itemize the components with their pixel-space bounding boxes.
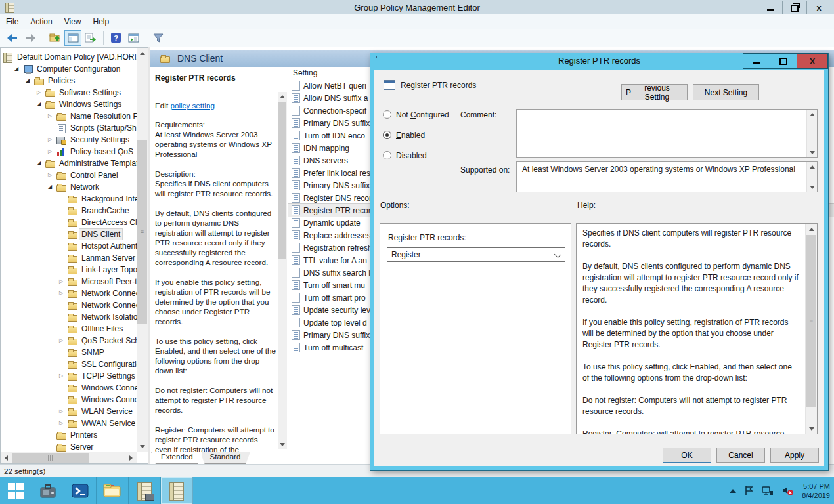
expander-icon[interactable]: ◢: [26, 75, 34, 87]
flag-icon[interactable]: [744, 486, 754, 496]
start-button[interactable]: [0, 477, 32, 504]
close-button[interactable]: x: [806, 1, 831, 14]
taskbar-item-server-manager[interactable]: [32, 477, 64, 504]
tree-item[interactable]: DirectAccess Cli: [1, 217, 137, 228]
show-pane-icon[interactable]: [125, 30, 142, 46]
apply-button[interactable]: Apply: [770, 448, 819, 463]
dialog-titlebar[interactable]: Register PTR records X: [370, 53, 828, 70]
tree-item[interactable]: ▷ Control Panel: [1, 169, 137, 181]
menu-item[interactable]: View: [58, 14, 87, 29]
tree-item[interactable]: ◢ Policies: [1, 75, 137, 87]
radio-icon[interactable]: [383, 131, 391, 139]
edit-policy-setting-link[interactable]: policy setting: [170, 101, 215, 110]
scroll-down-icon[interactable]: [807, 148, 817, 157]
expander-icon[interactable]: ▷: [59, 276, 68, 287]
tree-item[interactable]: Network Isolatio: [1, 311, 137, 323]
expander-icon[interactable]: ◢: [14, 63, 23, 75]
taskbar-item-powershell[interactable]: [64, 477, 97, 504]
show-console-tree-icon[interactable]: [64, 30, 81, 46]
tree-item[interactable]: DNS Client: [1, 228, 137, 240]
scroll-down-icon[interactable]: [807, 182, 817, 192]
scroll-up-icon[interactable]: [806, 224, 817, 234]
taskbar-item-file-explorer[interactable]: [97, 477, 129, 504]
expander-icon[interactable]: ▷: [37, 87, 45, 98]
scroll-thumb[interactable]: ≡: [137, 140, 147, 324]
next-setting-button[interactable]: Next Setting: [693, 84, 759, 100]
volume-muted-icon[interactable]: [781, 485, 794, 496]
scroll-up-icon[interactable]: [807, 162, 817, 171]
view-tab[interactable]: Extended: [151, 452, 203, 464]
tree-item[interactable]: ▷ WLAN Service: [1, 406, 137, 417]
back-icon[interactable]: [4, 30, 21, 46]
description-scrollbar[interactable]: [278, 92, 287, 449]
tree-item[interactable]: ▷ TCPIP Settings: [1, 370, 137, 382]
tree-item[interactable]: Default Domain Policy [VAD.HORIZ: [1, 51, 137, 63]
expander-icon[interactable]: ▷: [48, 134, 56, 146]
expander-icon[interactable]: ▷: [59, 287, 68, 299]
tree-item[interactable]: ▷ Name Resolution Po: [1, 110, 137, 122]
scroll-down-icon[interactable]: [278, 440, 287, 449]
tray-expand-icon[interactable]: [730, 489, 736, 493]
taskbar-item-gpme[interactable]: [161, 477, 193, 504]
tree-item[interactable]: ◢ Windows Settings: [1, 98, 137, 110]
tree-item[interactable]: ▷ Network Connec: [1, 287, 137, 299]
tree-item[interactable]: Hotspot Authent: [1, 240, 137, 252]
expander-icon[interactable]: ▷: [48, 110, 56, 122]
tree-item[interactable]: Scripts (Startup/Shu: [1, 122, 137, 134]
tree-horizontal-scrollbar[interactable]: [1, 452, 137, 463]
tree-item[interactable]: Server: [1, 441, 137, 452]
supported-scrollbar[interactable]: [806, 162, 817, 192]
tree-item[interactable]: Link-Layer Topo: [1, 264, 137, 276]
expander-icon[interactable]: ▷: [59, 335, 68, 346]
taskbar-clock[interactable]: 5:07 PM 8/4/2019: [802, 482, 830, 500]
scroll-down-icon[interactable]: [806, 423, 817, 434]
scroll-down-icon[interactable]: [137, 441, 148, 452]
expander-icon[interactable]: ▷: [59, 417, 68, 429]
scroll-right-icon[interactable]: [125, 452, 137, 463]
restore-button[interactable]: [782, 1, 807, 14]
tree-item[interactable]: BranchCache: [1, 205, 137, 217]
scroll-left-icon[interactable]: [1, 452, 12, 463]
network-icon[interactable]: [762, 486, 774, 495]
view-tab[interactable]: Standard: [200, 452, 251, 464]
comment-input[interactable]: [517, 110, 806, 157]
tree-item[interactable]: ◢ Computer Configuration: [1, 63, 137, 75]
tree-item[interactable]: Offline Files: [1, 323, 137, 335]
expander-icon[interactable]: ◢: [37, 158, 45, 169]
tree-item[interactable]: ◢ Network: [1, 181, 137, 193]
scroll-thumb[interactable]: [12, 453, 89, 463]
tree-item[interactable]: ▷ WWAN Service: [1, 417, 137, 429]
taskbar-item-gpmc[interactable]: [129, 477, 161, 504]
scroll-up-icon[interactable]: [137, 48, 148, 59]
filter-icon[interactable]: [150, 30, 167, 46]
tree-item[interactable]: ◢ Administrative Templat: [1, 158, 137, 169]
scroll-thumb[interactable]: ≡: [806, 235, 816, 407]
tree-item[interactable]: ▷ Policy-based QoS: [1, 146, 137, 158]
dialog-minimize-button[interactable]: [743, 53, 770, 69]
expander-icon[interactable]: ▷: [59, 370, 68, 382]
expander-icon[interactable]: ◢: [37, 98, 45, 110]
radio-option[interactable]: Not Configured: [383, 109, 449, 120]
tree-item[interactable]: Windows Conne: [1, 394, 137, 406]
expander-icon[interactable]: ▷: [48, 169, 56, 181]
forward-icon[interactable]: [22, 30, 39, 46]
tree-item[interactable]: Lanman Server: [1, 252, 137, 264]
scroll-up-icon[interactable]: [807, 110, 817, 119]
help-icon[interactable]: ?: [107, 30, 124, 46]
main-window-titlebar[interactable]: Group Policy Management Editor x: [0, 0, 834, 14]
register-ptr-dropdown[interactable]: Register: [387, 247, 565, 262]
tree-item[interactable]: SSL Configuratio: [1, 358, 137, 370]
tree-item[interactable]: Network Connec: [1, 299, 137, 311]
tree-item[interactable]: SNMP: [1, 346, 137, 358]
tree-vertical-scrollbar[interactable]: ≡: [137, 48, 148, 452]
tree-item[interactable]: Background Inte: [1, 193, 137, 205]
dialog-maximize-button[interactable]: [770, 53, 797, 69]
tree-item[interactable]: Windows Conne: [1, 382, 137, 394]
scroll-up-icon[interactable]: [278, 92, 287, 101]
export-list-icon[interactable]: [82, 30, 99, 46]
previous-setting-button[interactable]: Previous Setting: [621, 84, 688, 100]
menu-item[interactable]: File: [0, 14, 24, 29]
expander-icon[interactable]: ◢: [48, 181, 56, 193]
comment-scrollbar[interactable]: [806, 110, 817, 157]
help-scrollbar[interactable]: ≡: [805, 224, 817, 434]
